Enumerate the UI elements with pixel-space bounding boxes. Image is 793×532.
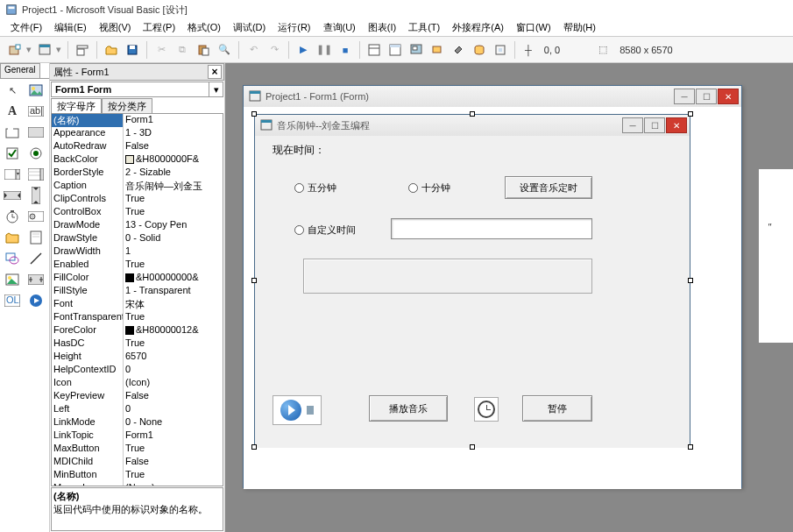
container-min[interactable]: ─ <box>674 89 695 104</box>
tool-drivelist[interactable] <box>25 207 46 226</box>
tool-filelist[interactable] <box>25 228 46 247</box>
prop-row-height[interactable]: Height6570 <box>52 351 223 364</box>
tb-dataview[interactable] <box>470 40 489 60</box>
tool-frame[interactable] <box>2 123 23 142</box>
tab-categorized[interactable]: 按分类序 <box>102 98 152 113</box>
tb-find[interactable]: 🔍 <box>215 40 234 60</box>
prop-row-maxbutton[interactable]: MaxButtonTrue <box>52 443 223 456</box>
tool-label[interactable]: A <box>2 102 23 121</box>
prop-row-helpcontextid[interactable]: HelpContextID0 <box>52 364 223 377</box>
button-pause[interactable]: 暂停 <box>522 395 592 422</box>
prop-row-drawwidth[interactable]: DrawWidth1 <box>52 245 223 259</box>
prop-row-drawstyle[interactable]: DrawStyle0 - Solid <box>52 232 223 245</box>
tb-projexp[interactable] <box>365 40 384 60</box>
tool-combobox[interactable] <box>2 165 23 184</box>
tool-commandbutton[interactable] <box>25 123 46 142</box>
prop-row-caption[interactable]: Caption音乐闹钟—刘金玉 <box>52 180 223 193</box>
tool-mediaplayer[interactable] <box>25 291 46 310</box>
prop-row-hasdc[interactable]: HasDCTrue <box>52 337 223 351</box>
button-set-timer[interactable]: 设置音乐定时 <box>505 176 592 199</box>
tb-cut[interactable]: ✂ <box>152 40 171 60</box>
prop-row-left[interactable]: Left0 <box>52 403 223 416</box>
tb-undo[interactable]: ↶ <box>244 40 263 60</box>
menu-view[interactable]: 视图(V) <box>94 19 137 36</box>
tool-pointer[interactable]: ↖ <box>2 81 23 100</box>
tool-picturebox[interactable] <box>25 81 46 100</box>
object-selector[interactable]: Form1 Form ▾ <box>51 82 223 97</box>
menu-run[interactable]: 运行(R) <box>273 19 315 36</box>
toolbox-tab-general[interactable]: General <box>0 63 40 78</box>
tb-formlayout[interactable] <box>407 40 426 60</box>
tool-textbox[interactable]: ab| <box>25 102 46 121</box>
prop-row-font[interactable]: Font宋体 <box>52 298 223 311</box>
prop-row-mdichild[interactable]: MDIChildFalse <box>52 456 223 469</box>
form-titlebar[interactable]: 音乐闹钟--刘金玉编程 ─ ☐ ✕ <box>255 115 690 136</box>
tb-break[interactable]: ❚❚ <box>315 40 334 60</box>
tool-ole[interactable]: OLE <box>2 291 23 310</box>
form-close[interactable]: ✕ <box>666 117 687 133</box>
tool-timer[interactable] <box>2 207 23 226</box>
menu-diagram[interactable]: 图表(I) <box>363 19 401 36</box>
prop-row-drawmode[interactable]: DrawMode13 - Copy Pen <box>52 219 223 232</box>
tb-props[interactable] <box>386 40 405 60</box>
properties-close[interactable]: × <box>208 65 222 79</box>
menu-help[interactable]: 帮助(H) <box>558 19 601 36</box>
prop-row-controlbox[interactable]: ControlBoxTrue <box>52 206 223 219</box>
prop-row-fonttransparent[interactable]: FontTransparentTrue <box>52 311 223 324</box>
prop-row-appearance[interactable]: Appearance1 - 3D <box>52 127 223 140</box>
tool-data[interactable] <box>25 270 46 289</box>
prop-row-backcolor[interactable]: BackColor&H8000000F& <box>52 153 223 167</box>
tool-dirlist[interactable] <box>2 228 23 247</box>
property-grid[interactable]: (名称)Form1Appearance1 - 3DAutoRedrawFalse… <box>51 114 223 486</box>
tb-addproject[interactable] <box>5 40 25 60</box>
prop-row-fillcolor[interactable]: FillColor&H00000000& <box>52 272 223 285</box>
tool-hscroll[interactable] <box>2 186 23 205</box>
prop-row-[interactable]: (名称)Form1 <box>52 114 223 127</box>
prop-row-enabled[interactable]: EnabledTrue <box>52 259 223 272</box>
tool-line[interactable] <box>25 249 46 268</box>
menu-tools[interactable]: 工具(T) <box>403 19 445 36</box>
button-play-music[interactable]: 播放音乐 <box>369 395 448 422</box>
form-max[interactable]: ☐ <box>644 117 665 133</box>
container-close[interactable]: ✕ <box>718 89 739 104</box>
prop-row-autoredraw[interactable]: AutoRedrawFalse <box>52 140 223 153</box>
option-five-min[interactable]: 五分钟 <box>294 181 336 195</box>
tb-toolbox[interactable] <box>449 40 468 60</box>
menu-debug[interactable]: 调试(D) <box>228 19 271 36</box>
design-form[interactable]: 音乐闹钟--刘金玉编程 ─ ☐ ✕ 现在时间： 五分钟 十分钟 设置音乐定时 <box>254 114 690 447</box>
prop-row-borderstyle[interactable]: BorderStyle2 - Sizable <box>52 167 223 180</box>
tb-menueditor[interactable] <box>73 40 92 60</box>
menu-query[interactable]: 查询(U) <box>318 19 361 36</box>
container-max[interactable]: ☐ <box>696 89 717 104</box>
timer-control[interactable] <box>474 397 499 422</box>
tb-objbrowser[interactable] <box>428 40 447 60</box>
tb-addform[interactable] <box>35 40 54 60</box>
menu-window[interactable]: 窗口(W) <box>511 19 556 36</box>
tb-copy[interactable]: ⧉ <box>173 40 192 60</box>
tool-shape[interactable] <box>2 249 23 268</box>
tb-paste[interactable] <box>194 40 213 60</box>
code-window-peek[interactable]: " <box>758 168 793 344</box>
tb-start[interactable]: ▶ <box>294 40 313 60</box>
prop-row-minbutton[interactable]: MinButtonTrue <box>52 469 223 482</box>
prop-row-keypreview[interactable]: KeyPreviewFalse <box>52 390 223 403</box>
prop-row-fillstyle[interactable]: FillStyle1 - Transparent <box>52 285 223 298</box>
tb-save[interactable] <box>123 40 142 60</box>
prop-row-icon[interactable]: Icon(Icon) <box>52 377 223 390</box>
tb-compmgr[interactable] <box>491 40 510 60</box>
menu-project[interactable]: 工程(P) <box>138 19 181 36</box>
tab-alphabetic[interactable]: 按字母序 <box>51 98 102 113</box>
tool-checkbox[interactable] <box>2 144 23 163</box>
tb-end[interactable]: ■ <box>336 40 355 60</box>
menu-format[interactable]: 格式(O) <box>182 19 226 36</box>
media-player-control[interactable] <box>273 395 322 425</box>
form-min[interactable]: ─ <box>622 117 643 133</box>
menu-addins[interactable]: 外接程序(A) <box>447 19 509 36</box>
prop-row-linktopic[interactable]: LinkTopicForm1 <box>52 429 223 443</box>
textbox-custom-time[interactable] <box>391 218 592 239</box>
tb-redo[interactable]: ↷ <box>265 40 284 60</box>
container-titlebar[interactable]: Project1 - Form1 (Form) ─ ☐ ✕ <box>244 86 741 107</box>
tool-optionbutton[interactable] <box>25 144 46 163</box>
option-custom-time[interactable]: 自定义时间 <box>294 223 356 237</box>
label-now[interactable]: 现在时间： <box>273 143 325 158</box>
